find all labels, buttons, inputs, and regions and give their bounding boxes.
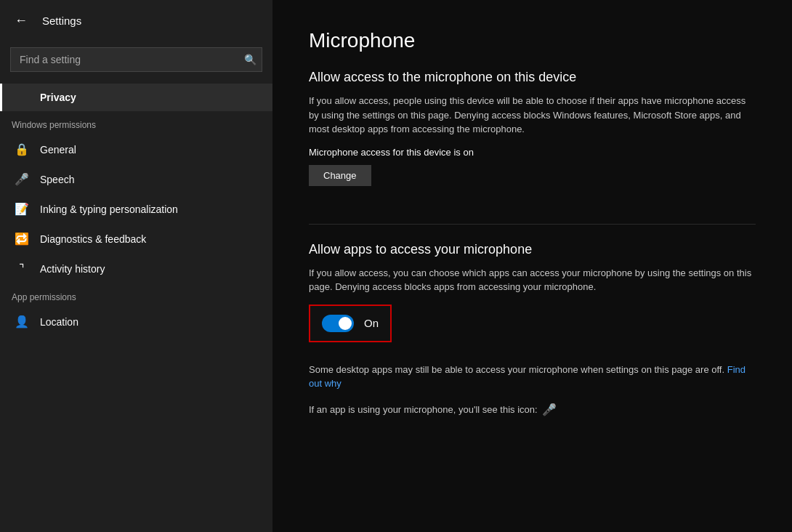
inking-icon: 📝: [14, 202, 30, 216]
divider: [309, 224, 756, 225]
diagnostics-icon: 🔁: [14, 232, 30, 246]
diagnostics-label: Diagnostics & feedback: [40, 233, 146, 245]
sidebar-item-diagnostics[interactable]: 🔁 Diagnostics & feedback: [0, 224, 272, 254]
toggle-container: On: [309, 305, 392, 342]
speech-icon: 🎤: [14, 172, 30, 186]
sidebar-item-location[interactable]: 👤 Location: [0, 307, 272, 336]
app-permissions-label: App permissions: [0, 283, 272, 307]
sidebar-item-inking[interactable]: 📝 Inking & typing personalization: [0, 194, 272, 224]
microphone-apps-toggle[interactable]: [322, 315, 354, 332]
microphone-icon: 🎤: [542, 403, 557, 416]
section1-description: If you allow access, people using this d…: [309, 94, 756, 137]
search-icon[interactable]: 🔍: [244, 54, 256, 65]
section1-heading: Allow access to the microphone on this d…: [309, 70, 756, 85]
sidebar-header: ← Settings: [0, 0, 272, 41]
lock-icon: 🔒: [14, 142, 30, 156]
footer-text: Some desktop apps may still be able to a…: [309, 363, 756, 391]
search-input[interactable]: [10, 47, 262, 72]
sidebar-item-privacy[interactable]: Privacy: [0, 84, 272, 111]
back-button[interactable]: ←: [12, 10, 31, 31]
speech-label: Speech: [40, 174, 74, 185]
sidebar-item-speech[interactable]: 🎤 Speech: [0, 164, 272, 194]
location-icon: 👤: [14, 315, 30, 329]
activity-label: Activity history: [40, 263, 105, 275]
main-content: Microphone Allow access to the microphon…: [272, 0, 792, 532]
toggle-label: On: [364, 317, 379, 329]
toggle-knob: [339, 317, 352, 330]
sidebar-privacy-label: Privacy: [40, 92, 76, 103]
change-button[interactable]: Change: [309, 165, 371, 186]
inking-label: Inking & typing personalization: [40, 203, 178, 215]
microphone-status-text: Microphone access for this device is on: [309, 147, 756, 158]
sidebar-item-general[interactable]: 🔒 General: [0, 134, 272, 164]
activity-icon: ⌝: [14, 262, 30, 275]
sidebar-title: Settings: [42, 15, 81, 27]
section2-description: If you allow access, you can choose whic…: [309, 266, 756, 294]
windows-permissions-label: Windows permissions: [0, 111, 272, 134]
general-label: General: [40, 144, 76, 156]
section2-heading: Allow apps to access your microphone: [309, 242, 756, 257]
sidebar-item-activity[interactable]: ⌝ Activity history: [0, 254, 272, 283]
search-box: 🔍: [10, 47, 262, 72]
location-label: Location: [40, 316, 78, 328]
mic-icon-line: If an app is using your microphone, you'…: [309, 403, 756, 416]
page-title: Microphone: [309, 29, 756, 52]
sidebar: ← Settings 🔍 Privacy Windows permissions…: [0, 0, 272, 532]
